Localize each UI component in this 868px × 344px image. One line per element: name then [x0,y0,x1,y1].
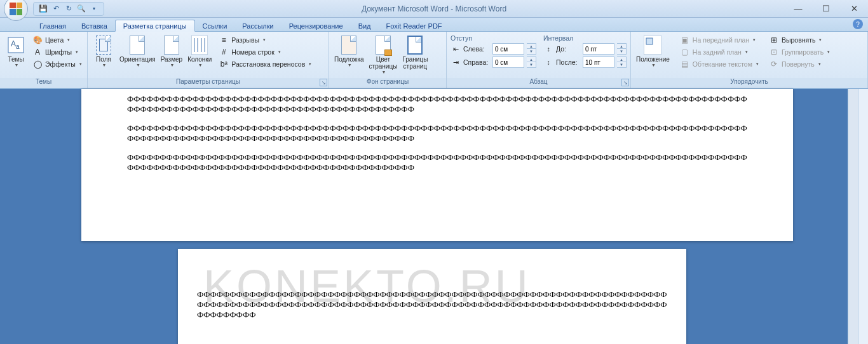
spacing-after-row: ↕ После: ▲▼ [542,56,628,69]
spin-up[interactable]: ▲ [617,44,626,49]
text-line: ФФФФФФФФФ [197,310,667,320]
ribbon: Aa Темы ▼ 🎨Цвета▾ AШрифты▾ ◯Эффекты▾ Тем… [0,32,868,89]
group-objects-button[interactable]: ⊡Группировать▾ [767,46,832,58]
text-wrap-icon: ▤ [680,59,690,69]
size-icon [161,35,182,55]
text-line: ФФФФФФФФФФФФФФФФФФФФФФФФФФФФФФФФФФФФФФФФ… [127,152,747,162]
indent-right-icon: ⇥ [451,57,461,67]
close-button[interactable]: ✕ [840,1,868,17]
spacing-after-input[interactable] [583,56,614,68]
document-page-1[interactable]: ФФФФФФФФФФФФФФФФФФФФФФФФФФФФФФФФФФФФФФФФ… [81,89,793,241]
group-themes: Aa Темы ▼ 🎨Цвета▾ AШрифты▾ ◯Эффекты▾ Тем… [0,32,88,88]
breaks-icon: ≡ [219,35,229,45]
spin-down[interactable]: ▼ [527,49,536,54]
orientation-button[interactable]: Ориентация▼ [117,34,158,69]
vertical-ruler[interactable] [858,89,868,344]
bring-front-button[interactable]: ▣На передний план▾ [678,34,761,46]
maximize-button[interactable]: ☐ [812,1,840,17]
rotate-icon: ⟳ [769,59,779,69]
orientation-icon [127,35,147,55]
undo-icon[interactable]: ↶ [50,3,62,15]
send-back-button[interactable]: ▢На задний план▾ [678,46,761,58]
group-label-themes: Темы [0,78,87,88]
help-icon[interactable]: ? [853,19,863,29]
quick-access-toolbar: 💾 ↶ ↻ 🔍 ▾ [33,2,104,16]
save-icon[interactable]: 💾 [37,3,49,15]
qat-customize-icon[interactable]: ▾ [88,3,100,15]
ribbon-tabs: Главная Вставка Разметка страницы Ссылки… [0,18,868,32]
text-line: ФФФФФФФФФФФФФФФФФФФФФФФФФФФФФФФФФФФФФФФФ… [127,94,747,104]
group-page-background: Подложка▼ Цвет страницы▼ Границы страниц… [329,32,447,88]
group-label-page-background: Фон страницы [329,78,446,88]
group-label-page-setup: Параметры страницы↘ [88,78,329,88]
tab-page-layout[interactable]: Разметка страницы [115,20,195,32]
watermark-icon [339,35,359,55]
tab-insert[interactable]: Вставка [74,20,115,31]
svg-text:A: A [11,39,16,48]
minimize-button[interactable]: — [784,1,812,17]
text-line: ФФФФФФФФФФФФФФФФФФФФФФФФФФФФФФФФФФФФФФФФ… [127,104,747,114]
spin-down[interactable]: ▼ [617,62,626,67]
group-icon: ⊡ [769,47,779,57]
group-label-arrange: Упорядочить [631,78,867,88]
tab-mailings[interactable]: Рассылки [234,20,281,31]
text-line: ФФФФФФФФФФФФФФФФФФФФФФФФФФФФФФФФФФФФФФФФ… [197,300,667,310]
indent-left-input[interactable] [492,43,524,55]
group-paragraph: Отступ ⇤ Слева: ▲▼ ⇥ Справа: ▲▼ Интервал [447,32,631,88]
tab-home[interactable]: Главная [32,20,74,31]
text-line: ФФФФФФФФФФФФФФФФФФФФФФФФФФФФФФФФФФФФФФФФ… [127,123,747,133]
spacing-after-icon: ↕ [543,57,553,67]
size-button[interactable]: Размер▼ [158,34,185,69]
columns-button[interactable]: Колонки▼ [185,34,214,69]
send-back-icon: ▢ [680,47,690,57]
tab-references[interactable]: Ссылки [195,20,235,31]
rotate-button[interactable]: ⟳Повернуть▾ [767,58,832,70]
spin-up[interactable]: ▲ [527,57,536,62]
spin-up[interactable]: ▲ [617,57,626,62]
spacing-before-input[interactable] [583,43,614,55]
indent-right-row: ⇥ Справа: ▲▼ [449,56,538,69]
hyphenation-button[interactable]: bªРасстановка переносов▾ [217,58,313,70]
line-numbers-button[interactable]: #Номера строк▾ [217,46,313,58]
position-button[interactable]: Положение▼ [634,34,672,69]
effects-icon: ◯ [32,59,43,69]
text-line: ФФФФФФФФФФФФФФФФФФФФФФФФФФФФФФФФФФФФФФФФ… [197,289,667,300]
spacing-before-icon: ↕ [543,44,553,54]
watermark-button[interactable]: Подложка▼ [332,34,367,69]
tab-view[interactable]: Вид [351,20,379,31]
page-borders-button[interactable]: Границы страниц [400,34,430,71]
chevron-down-icon: ▼ [15,63,19,67]
paragraph-dialog-launcher[interactable]: ↘ [621,79,629,86]
spin-up[interactable]: ▲ [527,44,536,49]
group-label-paragraph: Абзац↘ [447,78,630,88]
spin-down[interactable]: ▼ [617,49,626,54]
page-color-icon [373,35,393,55]
theme-fonts-button[interactable]: AШрифты▾ [31,46,84,58]
theme-colors-button[interactable]: 🎨Цвета▾ [31,34,84,46]
redo-icon[interactable]: ↻ [63,3,74,15]
group-page-setup: Поля▼ Ориентация▼ Размер▼ Колонки▼ ≡Разр… [88,32,329,88]
align-button[interactable]: ⊞Выровнять▾ [767,34,832,46]
text-wrap-button[interactable]: ▤Обтекание текстом▾ [678,58,761,70]
theme-effects-button[interactable]: ◯Эффекты▾ [31,58,84,70]
spin-down[interactable]: ▼ [527,62,536,67]
document-page-2[interactable]: ФФФФФФФФФФФФФФФФФФФФФФФФФФФФФФФФФФФФФФФФ… [178,249,686,344]
page-color-button[interactable]: Цвет страницы▼ [367,34,400,76]
print-preview-icon[interactable]: 🔍 [76,3,87,15]
columns-icon [189,35,210,55]
vertical-scrollbar[interactable] [848,89,858,344]
page-setup-dialog-launcher[interactable]: ↘ [320,79,327,86]
margins-icon [93,35,114,55]
text-line: ФФФФФФФФФФФФФФФФФФФФФФФФФФФФФФФФФФФФФФФФ… [127,162,747,173]
indent-right-input[interactable] [492,56,524,68]
tab-foxit[interactable]: Foxit Reader PDF [379,20,450,31]
tab-review[interactable]: Рецензирование [281,20,351,31]
hyphenation-icon: bª [219,59,229,69]
breaks-button[interactable]: ≡Разрывы▾ [217,34,313,46]
page-borders-icon [405,35,425,55]
margins-button[interactable]: Поля▼ [90,34,117,69]
themes-button[interactable]: Aa Темы ▼ [3,34,29,69]
position-icon [642,35,663,55]
align-icon: ⊞ [769,35,779,45]
title-bar: 💾 ↶ ↻ 🔍 ▾ Документ Microsoft Word - Micr… [0,0,868,18]
